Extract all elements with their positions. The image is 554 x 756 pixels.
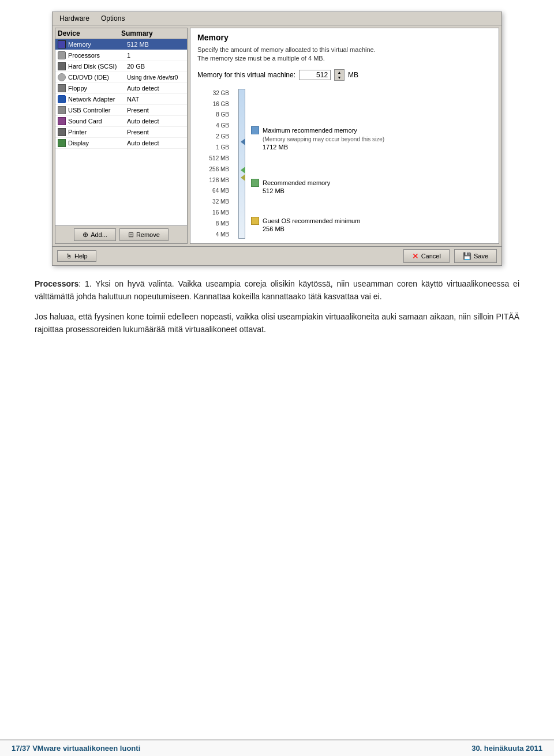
cancel-icon: ✕ (412, 251, 419, 261)
guest-os-text: Guest OS recommended minimum 256 MB (263, 217, 360, 234)
footer-left: 17/37 VMware virtuaalikoneen luonti (12, 744, 140, 753)
recommended-value: 512 MB (263, 187, 285, 194)
device-panel: Device Summary Memory 512 MB Processors … (55, 28, 188, 244)
remove-device-button[interactable]: ⊟ Remove (119, 228, 169, 241)
floppy-icon (58, 84, 66, 92)
guest-os-icon (251, 217, 259, 225)
max-recommended-icon (251, 126, 259, 134)
paragraph-2: Jos haluaa, että fyysinen kone toimii ed… (35, 310, 519, 336)
device-row-cddvd[interactable]: CD/DVD (IDE) Using drive /dev/sr0 (55, 72, 187, 83)
device-row-usb[interactable]: USB Controller Present (55, 105, 187, 116)
device-row-floppy[interactable]: Floppy Auto detect (55, 83, 187, 94)
cddvd-icon (58, 73, 66, 81)
max-recommended-sub: (Memory swapping may occur beyond this s… (263, 136, 384, 142)
memory-input-label: Memory for this virtual machine: (197, 71, 295, 79)
guest-os-label: Guest OS recommended minimum (263, 217, 360, 224)
footer-right: 30. heinäkuuta 2011 (471, 744, 542, 753)
help-button[interactable]: 🖱 Help (57, 250, 96, 262)
recommended-memory-arrow (241, 167, 245, 174)
device-list: Memory 512 MB Processors 1 Hard Disk (SC… (55, 39, 187, 225)
dialog-body: Device Summary Memory 512 MB Processors … (53, 25, 501, 246)
max-recommended-indicator: Maximum recommended memory (Memory swapp… (251, 126, 492, 151)
settings-title: Memory (197, 33, 492, 42)
memory-indicators: Maximum recommended memory (Memory swapp… (251, 89, 492, 239)
label-16mb: 16 MB (197, 209, 229, 216)
add-icon: ⊕ (83, 231, 88, 239)
cancel-button-label: Cancel (421, 253, 441, 259)
body-text-area: Processors: 1. Yksi on hyvä valinta. Vai… (35, 277, 519, 336)
usb-icon (58, 106, 66, 114)
display-icon (58, 139, 66, 147)
help-button-label: Help (74, 253, 88, 259)
label-1gb: 1 GB (197, 144, 229, 151)
paragraph-1: Processors: 1. Yksi on hyvä valinta. Vai… (35, 277, 519, 303)
settings-description: Specify the amount of memory allocated t… (197, 46, 492, 63)
device-row-memory[interactable]: Memory 512 MB (55, 39, 187, 50)
label-128mb: 128 MB (197, 177, 229, 183)
action-buttons: ✕ Cancel 💾 Save (403, 249, 497, 263)
device-row-processors[interactable]: Processors 1 (55, 50, 187, 61)
guest-os-indicator: Guest OS recommended minimum 256 MB (251, 217, 492, 234)
memory-track[interactable] (238, 89, 245, 239)
device-row-harddisk[interactable]: Hard Disk (SCSI) 20 GB (55, 61, 187, 72)
label-4gb: 4 GB (197, 122, 229, 129)
device-summary-display: Auto detect (127, 140, 185, 146)
sound-icon (58, 117, 66, 125)
max-memory-arrow (241, 138, 245, 145)
memory-up-button[interactable]: ▲ (335, 70, 344, 75)
dialog-footer: 🖱 Help ✕ Cancel 💾 Save (53, 246, 501, 265)
virtual-machine-settings-dialog: Hardware Options Device Summary Memory 5… (52, 12, 502, 266)
device-name-cddvd: CD/DVD (IDE) (68, 74, 126, 81)
memory-spinner[interactable]: ▲ ▼ (334, 69, 345, 81)
network-icon (58, 95, 66, 103)
device-summary-harddisk: 20 GB (127, 63, 185, 70)
cancel-button[interactable]: ✕ Cancel (403, 249, 450, 263)
max-recommended-label: Maximum recommended memory (263, 127, 357, 134)
device-name-memory: Memory (68, 41, 126, 48)
save-button[interactable]: 💾 Save (454, 249, 497, 263)
save-icon: 💾 (463, 252, 471, 260)
memory-track-container[interactable] (234, 89, 246, 239)
label-512mb: 512 MB (197, 155, 229, 161)
device-row-soundcard[interactable]: Sound Card Auto detect (55, 116, 187, 127)
label-16gb: 16 GB (197, 101, 229, 107)
device-row-network[interactable]: Network Adapter NAT (55, 94, 187, 105)
recommended-text: Recommended memory 512 MB (263, 179, 330, 195)
device-summary-printer: Present (127, 129, 185, 136)
help-icon: 🖱 (66, 253, 72, 259)
device-name-processors: Processors (68, 52, 126, 59)
save-button-label: Save (474, 253, 488, 259)
device-summary-processors: 1 (127, 52, 185, 59)
device-name-harddisk: Hard Disk (SCSI) (68, 63, 126, 70)
device-row-display[interactable]: Display Auto detect (55, 138, 187, 149)
memory-value-input[interactable] (299, 70, 331, 80)
processor-icon (58, 51, 66, 59)
printer-icon (58, 128, 66, 136)
menu-hardware[interactable]: Hardware (55, 13, 94, 24)
device-name-printer: Printer (68, 129, 126, 136)
paragraph-1-rest: : 1. Yksi on hyvä valinta. Vaikka useamp… (35, 279, 519, 301)
page-footer: 17/37 VMware virtuaalikoneen luonti 30. … (0, 739, 554, 756)
device-summary-floppy: Auto detect (127, 85, 185, 92)
device-summary-cddvd: Using drive /dev/sr0 (127, 74, 185, 81)
dialog-menubar: Hardware Options (53, 12, 501, 25)
label-8gb: 8 GB (197, 111, 229, 118)
harddisk-icon (58, 62, 66, 70)
device-summary-usb: Present (127, 107, 185, 114)
menu-options[interactable]: Options (96, 13, 129, 24)
label-64mb: 64 MB (197, 187, 229, 194)
label-32gb: 32 GB (197, 90, 229, 96)
device-row-printer[interactable]: Printer Present (55, 127, 187, 138)
max-recommended-text: Maximum recommended memory (Memory swapp… (263, 126, 384, 151)
memory-down-button[interactable]: ▼ (335, 75, 344, 80)
device-name-network: Network Adapter (68, 96, 126, 103)
guest-os-memory-arrow (241, 174, 245, 181)
device-name-usb: USB Controller (68, 107, 126, 114)
remove-icon: ⊟ (128, 231, 134, 239)
summary-col-header: Summary (121, 29, 185, 37)
device-name-floppy: Floppy (68, 85, 126, 92)
add-device-button[interactable]: ⊕ Add... (74, 228, 116, 241)
device-summary-network: NAT (127, 96, 185, 103)
settings-desc-line1: Specify the amount of memory allocated t… (197, 46, 376, 53)
remove-button-label: Remove (136, 231, 160, 238)
